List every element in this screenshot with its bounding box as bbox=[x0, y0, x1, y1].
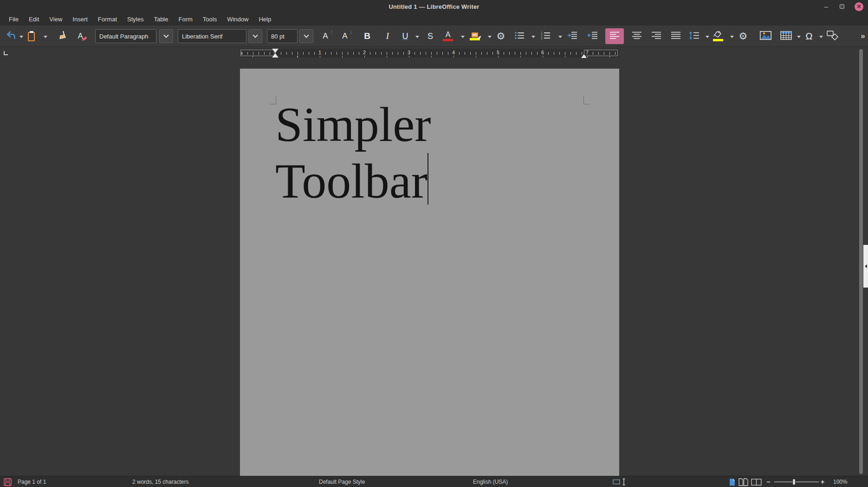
line-spacing-icon bbox=[689, 32, 699, 41]
strikethrough-button[interactable]: S bbox=[423, 28, 437, 44]
menu-view[interactable]: View bbox=[44, 14, 67, 25]
page-number-status[interactable]: Page 1 of 1 bbox=[18, 476, 46, 487]
italic-button[interactable]: I bbox=[381, 28, 395, 44]
align-right-button[interactable] bbox=[647, 28, 666, 44]
bold-button[interactable]: B bbox=[360, 28, 374, 44]
right-indent-marker[interactable] bbox=[581, 54, 587, 58]
chevron-down-icon bbox=[819, 36, 823, 40]
insert-table-dropdown[interactable] bbox=[797, 34, 801, 39]
word-count-status[interactable]: 2 words, 15 characters bbox=[132, 476, 188, 487]
numbered-list-button[interactable]: 123 bbox=[538, 28, 552, 44]
vertical-scrollbar[interactable] bbox=[859, 49, 863, 474]
underline-dropdown[interactable] bbox=[415, 34, 420, 39]
toolbar-overflow-button[interactable]: » bbox=[856, 28, 868, 44]
paste-button[interactable] bbox=[26, 28, 40, 44]
highlight-color-dropdown[interactable] bbox=[487, 34, 492, 39]
minimize-button[interactable]: – bbox=[823, 4, 829, 9]
multi-page-view-button[interactable] bbox=[738, 476, 748, 487]
decrease-indent-button[interactable] bbox=[586, 28, 600, 44]
insert-image-button[interactable] bbox=[758, 28, 772, 44]
paragraph-settings-button[interactable]: ⚙ bbox=[736, 28, 750, 44]
highlight-color-button[interactable]: ab bbox=[468, 28, 482, 44]
align-justify-button[interactable] bbox=[667, 28, 685, 44]
restore-button[interactable] bbox=[840, 4, 844, 9]
line-spacing-dropdown[interactable] bbox=[705, 34, 710, 39]
numbered-list-icon: 123 bbox=[541, 32, 550, 41]
font-color-dropdown[interactable] bbox=[460, 34, 465, 39]
menu-form[interactable]: Form bbox=[173, 14, 197, 25]
document-paragraph[interactable]: Simpler Toolbar bbox=[275, 96, 584, 210]
font-size-dropdown[interactable] bbox=[299, 29, 313, 43]
increase-indent-button[interactable] bbox=[565, 28, 579, 44]
double-chevron-right-icon: » bbox=[861, 32, 865, 41]
paintbrush-icon bbox=[58, 31, 67, 42]
close-button[interactable]: ✕ bbox=[855, 2, 863, 11]
undo-button[interactable] bbox=[4, 28, 18, 44]
text-boundary-corner-right bbox=[583, 96, 590, 104]
decrease-font-size-button[interactable]: A↓ bbox=[338, 28, 352, 44]
paragraph-style-dropdown[interactable] bbox=[159, 29, 173, 43]
chevron-down-icon bbox=[797, 36, 801, 40]
font-size-input[interactable]: 80 pt bbox=[267, 29, 298, 43]
paragraph-style-input[interactable]: Default Paragraph bbox=[95, 29, 156, 43]
highlight-icon: ab bbox=[470, 32, 480, 40]
zoom-in-button[interactable]: + bbox=[821, 476, 824, 487]
left-indent-marker[interactable] bbox=[272, 53, 279, 58]
zoom-slider-handle[interactable] bbox=[792, 479, 796, 485]
paste-dropdown[interactable] bbox=[43, 34, 48, 39]
document-page[interactable]: Simpler Toolbar bbox=[240, 69, 619, 476]
tab-stop-selector-icon[interactable] bbox=[4, 51, 8, 55]
language-status[interactable]: English (USA) bbox=[473, 476, 508, 487]
first-line-indent-marker[interactable] bbox=[272, 49, 279, 53]
undo-dropdown[interactable] bbox=[19, 34, 24, 39]
clear-formatting-button[interactable]: A bbox=[73, 28, 87, 44]
bullet-list-icon bbox=[515, 32, 524, 41]
numbered-list-dropdown[interactable] bbox=[558, 34, 563, 39]
menu-window[interactable]: Window bbox=[222, 14, 253, 25]
zoom-out-button[interactable]: − bbox=[766, 476, 770, 487]
status-bar: Page 1 of 1 2 words, 15 characters Defau… bbox=[0, 476, 868, 487]
insert-image-icon bbox=[760, 31, 771, 42]
selection-mode-button[interactable] bbox=[613, 476, 630, 487]
show-draw-functions-button[interactable] bbox=[825, 28, 839, 44]
font-color-button[interactable]: A bbox=[441, 28, 455, 44]
chevron-down-icon bbox=[461, 36, 465, 40]
zoom-level-status[interactable]: 100% bbox=[833, 476, 848, 487]
menu-table[interactable]: Table bbox=[149, 14, 173, 25]
undo-icon bbox=[5, 31, 16, 41]
menu-file[interactable]: File bbox=[4, 14, 24, 25]
bullet-list-button[interactable] bbox=[512, 28, 526, 44]
font-name-input[interactable]: Liberation Serif bbox=[178, 29, 246, 43]
save-status-button[interactable] bbox=[4, 476, 12, 487]
paragraph-background-dropdown[interactable] bbox=[730, 34, 734, 39]
font-color-icon: A bbox=[443, 31, 453, 41]
font-name-dropdown[interactable] bbox=[248, 29, 262, 43]
align-left-button[interactable] bbox=[605, 28, 624, 44]
special-character-button[interactable]: Ω bbox=[802, 28, 816, 44]
title-bar[interactable]: Untitled 1 — LibreOffice Writer – ✕ bbox=[0, 0, 868, 13]
zoom-slider-track[interactable] bbox=[774, 481, 819, 482]
menu-styles[interactable]: Styles bbox=[122, 14, 149, 25]
align-center-button[interactable] bbox=[628, 28, 646, 44]
increase-font-size-button[interactable]: A↑ bbox=[318, 28, 332, 44]
horizontal-ruler[interactable]: 1 2 3 4 5 6 7 bbox=[240, 49, 619, 58]
bullet-list-dropdown[interactable] bbox=[531, 34, 536, 39]
menu-help[interactable]: Help bbox=[253, 14, 276, 25]
underline-button[interactable]: U bbox=[398, 28, 412, 44]
ruler-number: 3 bbox=[407, 50, 411, 56]
book-view-icon bbox=[751, 478, 762, 486]
special-character-dropdown[interactable] bbox=[819, 34, 823, 39]
menu-format[interactable]: Format bbox=[93, 14, 122, 25]
insert-table-button[interactable] bbox=[779, 28, 793, 44]
menu-edit[interactable]: Edit bbox=[24, 14, 44, 25]
book-view-button[interactable] bbox=[751, 476, 762, 487]
clone-formatting-button[interactable] bbox=[56, 28, 70, 44]
menu-insert[interactable]: Insert bbox=[67, 14, 93, 25]
single-page-view-button[interactable] bbox=[729, 476, 735, 487]
line-spacing-button[interactable] bbox=[687, 28, 701, 44]
page-style-status[interactable]: Default Page Style bbox=[319, 476, 365, 487]
menu-tools[interactable]: Tools bbox=[198, 14, 222, 25]
paragraph-background-color-button[interactable] bbox=[711, 28, 725, 44]
sidebar-toggle-handle[interactable] bbox=[863, 245, 868, 288]
character-settings-button[interactable]: ⚙ bbox=[494, 28, 508, 44]
